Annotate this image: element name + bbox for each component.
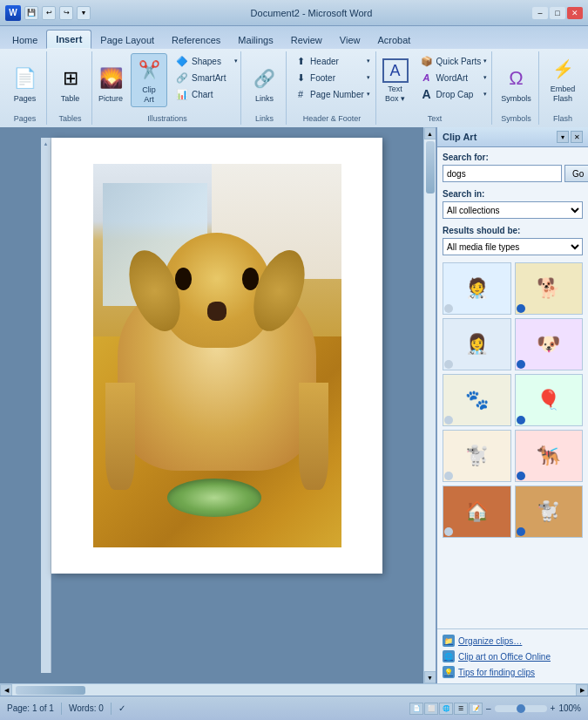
clip-art-label: ClipArt: [142, 85, 156, 105]
result-item-1[interactable]: 🧑‍⚕️: [443, 262, 511, 315]
tab-insert[interactable]: Insert: [46, 30, 91, 49]
clip-art-panel: Clip Art ▾ ✕ Search for: Go Search in:: [436, 127, 588, 683]
scroll-left-btn[interactable]: ◀: [0, 684, 12, 696]
go-button[interactable]: Go: [564, 165, 588, 182]
result-item-8[interactable]: 🐕‍🦺: [515, 430, 584, 482]
result-badge-3: [444, 360, 453, 369]
shapes-icon: 🔷: [175, 54, 189, 68]
maximize-button[interactable]: □: [550, 7, 565, 19]
result-item-5[interactable]: 🐾: [443, 374, 511, 426]
tab-home[interactable]: Home: [3, 31, 46, 49]
zoom-minus-btn[interactable]: –: [486, 703, 491, 713]
page-number-button[interactable]: # Page Number ▾: [290, 86, 374, 102]
panel-close-btn[interactable]: ✕: [571, 131, 583, 143]
result-item-2[interactable]: 🐕: [515, 262, 584, 315]
result-item-3[interactable]: 👩‍⚕️: [443, 318, 511, 370]
organize-icon: 📁: [443, 635, 455, 647]
h-scroll-track[interactable]: [12, 684, 576, 696]
office-online-link[interactable]: 🌐 Clip art on Office Online: [443, 649, 583, 664]
outline-btn[interactable]: ☰: [454, 703, 468, 715]
page-count: Page: 1 of 1: [7, 703, 54, 713]
clip-image-4: 🐶: [518, 322, 580, 367]
drop-cap-icon: A: [420, 87, 434, 101]
clip-image-1: 🧑‍⚕️: [446, 266, 508, 311]
horizontal-scrollbar[interactable]: ◀ ▶: [0, 683, 588, 696]
app-window: W 💾 ↩ ↪ ▼ Document2 - Microsoft Word – □…: [0, 0, 588, 720]
tips-link[interactable]: 💡 Tips for finding clips: [443, 664, 583, 680]
result-badge-7: [444, 472, 453, 480]
tab-references[interactable]: References: [163, 31, 229, 49]
symbols-button[interactable]: Ω Symbols: [497, 53, 535, 105]
redo-btn[interactable]: ↪: [59, 6, 73, 20]
page-number-icon: #: [294, 87, 308, 101]
tab-mailings[interactable]: Mailings: [229, 31, 281, 49]
undo-btn[interactable]: ↩: [42, 6, 56, 20]
embed-flash-label: EmbedFlash: [551, 85, 576, 104]
search-row: Go: [443, 165, 583, 182]
ribbon: Home Insert Page Layout References Maili…: [0, 26, 588, 127]
more-btn[interactable]: ▼: [77, 6, 91, 20]
links-button[interactable]: 🔗 Links: [247, 53, 282, 105]
text-box-button[interactable]: A TextBox ▾: [379, 53, 412, 105]
table-button[interactable]: ⊞ Table: [53, 53, 88, 105]
flash-group-label: Flash: [553, 114, 572, 123]
zoom-thumb[interactable]: [517, 704, 525, 713]
organize-clips-link[interactable]: 📁 Organize clips…: [443, 633, 583, 649]
scroll-right-btn[interactable]: ▶: [576, 684, 588, 696]
text-small-btns: 📦 Quick Parts ▾ A WordArt ▾ A Drop Cap: [416, 53, 491, 102]
result-badge-6: [517, 416, 525, 425]
title-bar-left: W 💾 ↩ ↪ ▼: [5, 5, 91, 21]
clip-image-10: 🐩: [518, 489, 580, 534]
zoom-slider[interactable]: [495, 705, 547, 712]
drop-cap-button[interactable]: A Drop Cap ▾: [416, 86, 491, 102]
zoom-plus-btn[interactable]: +: [551, 703, 556, 713]
results-type-select[interactable]: All media file types: [443, 238, 583, 255]
pages-icon: 📄: [11, 65, 39, 92]
result-item-6[interactable]: 🎈: [515, 374, 584, 426]
result-item-7[interactable]: 🐩: [443, 430, 511, 482]
result-item-4[interactable]: 🐶: [515, 318, 584, 370]
clip-art-button[interactable]: ✂️ ClipArt: [131, 53, 167, 107]
wordart-button[interactable]: A WordArt ▾: [416, 70, 491, 85]
wordart-icon: A: [420, 71, 434, 85]
result-item-9[interactable]: 🏠: [443, 486, 511, 538]
shapes-button[interactable]: 🔷 Shapes ▾: [172, 53, 241, 69]
print-layout-btn[interactable]: 📄: [409, 703, 423, 715]
ribbon-tabs: Home Insert Page Layout References Maili…: [0, 26, 588, 49]
panel-menu-btn[interactable]: ▾: [557, 131, 569, 143]
h-scroll-thumb[interactable]: [16, 686, 85, 695]
search-in-select[interactable]: All collections: [443, 201, 583, 219]
search-input[interactable]: [443, 165, 562, 182]
tab-acrobat[interactable]: Acrobat: [368, 31, 419, 49]
scroll-down-btn[interactable]: ▼: [424, 671, 436, 683]
zoom-control: – + 100%: [486, 703, 581, 713]
draft-btn[interactable]: 📝: [469, 703, 483, 715]
chart-button[interactable]: 📊 Chart: [172, 86, 241, 102]
scroll-up-btn[interactable]: ▲: [424, 127, 436, 139]
header-button[interactable]: ⬆ Header ▾: [290, 53, 374, 69]
tab-page-layout[interactable]: Page Layout: [91, 31, 163, 49]
quick-parts-button[interactable]: 📦 Quick Parts ▾: [416, 53, 491, 69]
picture-button[interactable]: 🌄 Picture: [93, 53, 128, 105]
scroll-track[interactable]: [424, 139, 436, 671]
shapes-arrow: ▾: [234, 58, 238, 65]
footer-button[interactable]: ⬇ Footer ▾: [290, 70, 374, 85]
pages-button[interactable]: 📄 Pages: [8, 53, 43, 105]
embed-flash-button[interactable]: ⚡ EmbedFlash: [545, 53, 580, 105]
doc-vertical-scrollbar[interactable]: ▲ ▼: [423, 127, 436, 683]
minimize-button[interactable]: –: [532, 7, 548, 19]
result-item-10[interactable]: 🐩: [515, 486, 584, 538]
scroll-thumb[interactable]: [426, 141, 435, 194]
smartart-label: SmartArt: [192, 73, 226, 83]
quick-parts-icon: 📦: [420, 54, 434, 68]
web-layout-btn[interactable]: 🌐: [439, 703, 453, 715]
full-screen-btn[interactable]: ⬜: [424, 703, 438, 715]
clip-image-3: 👩‍⚕️: [446, 322, 508, 367]
table-icon: ⊞: [57, 65, 84, 92]
tab-view[interactable]: View: [331, 31, 369, 49]
tab-review[interactable]: Review: [282, 31, 331, 49]
results-grid: 🧑‍⚕️ 🐕 👩‍⚕️: [443, 262, 583, 538]
close-button[interactable]: ✕: [567, 7, 583, 19]
smartart-button[interactable]: 🔗 SmartArt: [172, 70, 241, 85]
save-btn[interactable]: 💾: [24, 6, 38, 20]
